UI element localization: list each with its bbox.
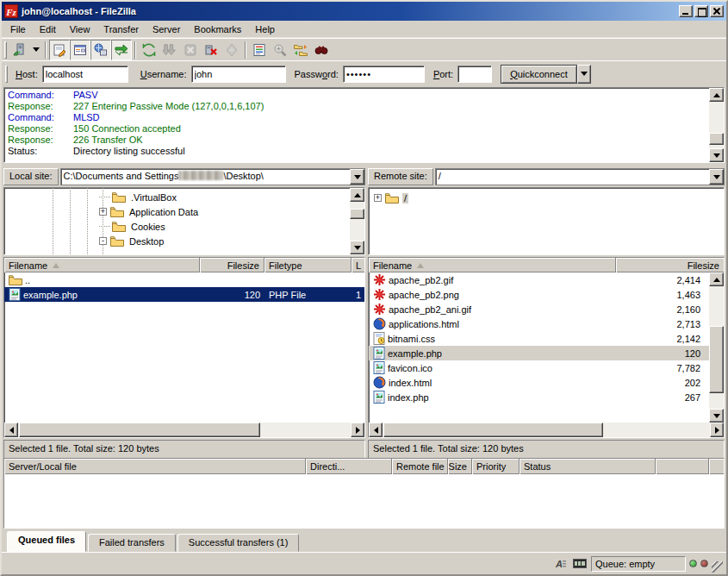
remote-file-rows[interactable]: apache_pb2.gif2,414apache_pb2.png1,463ap… [369, 272, 709, 423]
search-files-button[interactable] [311, 40, 332, 60]
queue-column-status[interactable]: Status [520, 459, 656, 474]
menu-file[interactable]: File [3, 22, 33, 36]
tree-expander-minus[interactable]: - [99, 237, 107, 245]
minimize-button[interactable] [679, 5, 693, 17]
tree-item[interactable]: +Application Data [99, 204, 200, 219]
local-directory-tree[interactable]: .VirtualBox+Application DataCookies-Desk… [3, 187, 365, 255]
scroll-thumb[interactable] [383, 423, 603, 437]
toggle-local-tree-button[interactable] [70, 40, 90, 60]
password-input[interactable] [343, 66, 425, 83]
maximize-button[interactable] [694, 5, 708, 17]
scroll-up-button[interactable] [709, 88, 724, 102]
file-row[interactable]: example.php120 [369, 346, 709, 360]
scroll-down-button[interactable] [709, 148, 724, 162]
queue-column-directi-[interactable]: Directi... [306, 459, 392, 474]
column-header-filetype[interactable]: Filetype [264, 258, 352, 272]
scroll-left-button[interactable] [4, 423, 18, 437]
tab-failed-transfers[interactable]: Failed transfers [88, 534, 176, 552]
menu-server[interactable]: Server [146, 22, 187, 36]
column-header-filesize[interactable]: Filesize [200, 258, 264, 272]
scroll-thumb[interactable] [709, 133, 724, 145]
queue-body[interactable] [4, 474, 724, 528]
scroll-up-button[interactable] [709, 272, 724, 286]
disconnect-button[interactable] [201, 40, 221, 60]
remote-list-scrollbar[interactable] [709, 272, 724, 423]
site-manager-button[interactable] [9, 40, 30, 60]
site-manager-dropdown-button[interactable] [30, 40, 42, 60]
column-header-filename[interactable]: Filename [4, 258, 200, 272]
log-scrollbar[interactable] [709, 88, 724, 162]
combo-dropdown-button[interactable] [709, 169, 724, 185]
queue-column-server-local-file[interactable]: Server/Local file [4, 459, 306, 474]
column-header-filesize[interactable]: Filesize [616, 258, 724, 272]
message-log[interactable]: Command:PASVResponse:227 Entering Passiv… [3, 87, 725, 163]
file-row[interactable]: apache_pb2.png1,463 [369, 287, 709, 302]
file-row[interactable]: .. [4, 272, 364, 287]
speed-limit-icon[interactable] [572, 557, 588, 571]
scroll-down-button[interactable] [350, 241, 364, 254]
tree-item[interactable]: -Desktop [99, 234, 165, 248]
toggle-remote-tree-button[interactable] [90, 40, 111, 60]
toggle-transfer-queue-button[interactable] [111, 40, 132, 60]
local-file-rows[interactable]: ..example.php120PHP File1 [4, 272, 364, 423]
cancel-operation-button[interactable] [180, 40, 201, 60]
reconnect-button[interactable] [221, 40, 242, 60]
resize-grip[interactable] [712, 561, 723, 573]
file-row[interactable]: applications.html2,713 [369, 316, 709, 331]
synchronized-browsing-button[interactable] [290, 40, 311, 60]
scroll-thumb[interactable] [19, 423, 260, 437]
scroll-left-button[interactable] [369, 423, 383, 437]
combo-dropdown-button[interactable] [350, 169, 364, 185]
host-input[interactable] [42, 66, 128, 83]
queue-column-priority[interactable]: Priority [472, 459, 520, 474]
menu-bookmarks[interactable]: Bookmarks [187, 22, 248, 36]
file-row[interactable]: apache_pb2.gif2,414 [369, 272, 709, 287]
file-row[interactable]: bitnami.css2,142 [369, 331, 709, 346]
menu-edit[interactable]: Edit [33, 22, 63, 36]
data-type-icon[interactable]: A [553, 557, 569, 571]
file-row[interactable]: index.php267 [369, 390, 709, 404]
scroll-thumb[interactable] [709, 326, 724, 393]
refresh-button[interactable] [139, 40, 159, 60]
scroll-right-button[interactable] [710, 423, 724, 437]
menu-view[interactable]: View [63, 22, 97, 36]
toggle-message-log-button[interactable] [49, 40, 70, 60]
remote-directory-tree[interactable]: +/ [368, 187, 725, 255]
menu-transfer[interactable]: Transfer [96, 22, 146, 36]
local-tree-scrollbar[interactable] [350, 188, 364, 254]
file-row[interactable]: index.html202 [369, 375, 709, 390]
directory-comparison-button[interactable] [270, 40, 290, 60]
scroll-down-button[interactable] [709, 409, 724, 423]
close-button[interactable] [710, 5, 724, 17]
column-header-l[interactable]: L [352, 258, 364, 272]
quickconnect-dropdown[interactable] [577, 65, 591, 84]
local-site-combo[interactable]: C:\Documents and Settings\Desktop\ [60, 168, 365, 185]
scroll-right-button[interactable] [351, 423, 364, 437]
queue-column-remote-file[interactable]: Remote file [392, 459, 448, 474]
scroll-up-button[interactable] [350, 188, 364, 202]
remote-hscrollbar[interactable] [369, 423, 724, 437]
quickconnect-button[interactable]: Quickconnect [501, 65, 577, 84]
tree-item[interactable]: +/ [374, 191, 408, 205]
local-hscrollbar[interactable] [4, 423, 364, 437]
filter-button[interactable] [249, 40, 270, 60]
port-input[interactable] [457, 66, 492, 83]
tree-expander-plus[interactable]: + [99, 208, 107, 216]
tree-item[interactable]: Cookies [99, 219, 167, 234]
tree-expander-plus[interactable]: + [374, 194, 382, 202]
tree-item[interactable]: .VirtualBox [99, 190, 178, 204]
file-row[interactable]: example.php120PHP File1 [4, 287, 364, 302]
queue-column-size[interactable]: Size [448, 459, 472, 474]
tab-successful-transfers-[interactable]: Successful transfers (1) [177, 534, 300, 552]
file-row[interactable]: apache_pb2_ani.gif2,160 [369, 302, 709, 316]
file-row[interactable]: favicon.ico7,782 [369, 360, 709, 375]
tab-queued-files[interactable]: Queued files [7, 531, 86, 552]
toolbar-grip[interactable] [4, 41, 7, 59]
remote-site-combo[interactable]: / [435, 168, 725, 185]
process-queue-button[interactable] [159, 40, 180, 60]
quickbar-grip[interactable] [5, 66, 8, 83]
menu-help[interactable]: Help [248, 22, 282, 36]
scroll-thumb[interactable] [350, 209, 364, 219]
column-header-filename[interactable]: Filename [369, 258, 616, 272]
username-input[interactable] [191, 66, 286, 83]
